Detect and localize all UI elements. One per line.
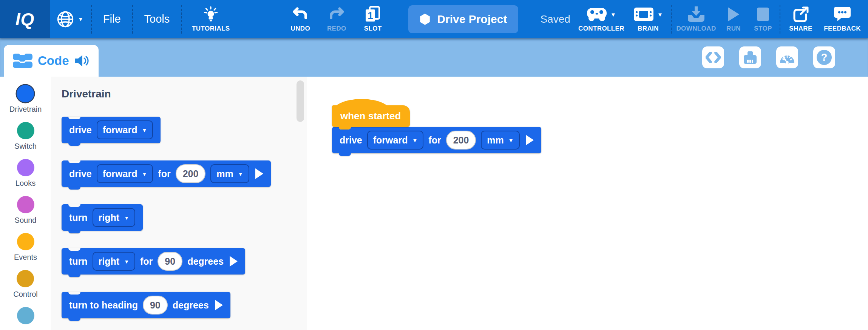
topbar-separator <box>671 5 672 34</box>
block-label: drive <box>69 168 92 179</box>
dashboard-icon <box>779 51 795 63</box>
download-icon <box>687 6 705 23</box>
controller-icon <box>587 6 607 22</box>
controller-label: CONTROLLER <box>578 25 624 32</box>
category-circle-icon[interactable] <box>17 270 34 287</box>
block-dropdown[interactable]: mm▼ <box>210 164 249 183</box>
category-label: Drivetrain <box>9 105 42 114</box>
code-block[interactable]: driveforward▼ <box>62 117 161 143</box>
block-expand-arrow-icon[interactable] <box>215 300 223 310</box>
feedback-button[interactable]: FEEDBACK <box>821 6 863 32</box>
redo-button[interactable]: REDO <box>318 6 355 32</box>
category-circle-icon[interactable] <box>17 196 34 213</box>
undo-button[interactable]: UNDO <box>282 6 318 32</box>
sidebar-item-looks[interactable]: Looks <box>15 159 36 188</box>
chevron-down-icon: ▼ <box>78 16 83 22</box>
stop-icon <box>757 6 769 23</box>
brain-button[interactable]: ▼ BRAIN <box>629 6 667 32</box>
menu-tools[interactable]: Tools <box>133 13 181 25</box>
redo-label: REDO <box>327 25 346 32</box>
sidebar-item-control[interactable]: Control <box>13 270 37 299</box>
category-circle-icon[interactable] <box>17 122 34 139</box>
topbar-separator <box>181 5 182 34</box>
language-menu-button[interactable]: ▼ <box>57 11 83 28</box>
dropdown-value: forward <box>103 125 137 136</box>
run-button[interactable]: RUN <box>721 6 746 32</box>
slot-icon: 1 <box>365 6 381 23</box>
stop-button[interactable]: STOP <box>750 6 776 32</box>
help-button[interactable]: ? <box>813 46 835 68</box>
device-port-icon <box>743 51 757 64</box>
block-dropdown[interactable]: forward▼ <box>97 164 153 183</box>
tabbar-tools: ? <box>702 46 835 68</box>
redo-icon <box>329 6 344 23</box>
block-label: degrees <box>187 256 224 267</box>
palette-scrollbar-thumb[interactable] <box>297 80 304 122</box>
code-viewer-button[interactable] <box>702 46 724 68</box>
block-label: for <box>428 135 441 146</box>
block-number-input[interactable]: 90 <box>158 252 182 271</box>
topbar-right-cluster: ▼ CONTROLLER ▼ BRAIN <box>577 5 868 34</box>
speaker-icon[interactable] <box>74 54 90 68</box>
menu-file[interactable]: File <box>92 13 132 25</box>
block-number-input[interactable]: 90 <box>143 296 168 315</box>
category-label: Switch <box>14 142 37 151</box>
dropdown-value: right <box>99 212 120 223</box>
tab-code[interactable]: Code <box>4 45 99 77</box>
when-started-hat-block[interactable]: when started <box>332 105 410 127</box>
category-circle-icon[interactable] <box>17 233 34 250</box>
project-name: Drive Project <box>437 13 507 26</box>
sidebar-item-events[interactable]: Events <box>14 233 37 262</box>
sidebar-categories: DrivetrainSwitchLooksSoundEventsControl <box>0 77 51 330</box>
code-block[interactable]: driveforward▼for200mm▼ <box>62 160 271 187</box>
download-button[interactable]: DOWNLOAD <box>675 6 717 32</box>
code-block[interactable]: turnright▼ <box>62 204 143 231</box>
block-dropdown[interactable]: mm▼ <box>481 131 519 150</box>
globe-icon <box>57 11 74 28</box>
chevron-down-icon: ▼ <box>142 127 147 133</box>
slot-button[interactable]: 1 SLOT <box>355 6 391 32</box>
block-expand-arrow-icon[interactable] <box>230 256 238 267</box>
block-expand-arrow-icon[interactable] <box>255 168 263 179</box>
block-number-input[interactable]: 200 <box>176 164 206 183</box>
block-dropdown[interactable]: right▼ <box>93 208 135 227</box>
block-label: for <box>158 168 170 179</box>
code-block[interactable]: turnright▼for90degrees <box>62 248 245 274</box>
palette-header: Drivetrain <box>62 88 307 100</box>
block-dropdown[interactable]: forward▼ <box>97 120 153 139</box>
block-label: turn to heading <box>69 300 138 311</box>
sidebar-item-sound[interactable]: Sound <box>15 196 37 225</box>
block-number-input[interactable]: 200 <box>446 131 476 150</box>
block-label: drive <box>69 125 92 136</box>
controller-button[interactable]: ▼ CONTROLLER <box>577 6 626 32</box>
category-circle-icon[interactable] <box>17 159 34 176</box>
undo-icon <box>292 6 308 23</box>
block-dropdown[interactable]: forward▼ <box>367 131 424 150</box>
category-circle-icon[interactable] <box>17 307 34 324</box>
chevron-down-icon: ▼ <box>124 215 129 221</box>
category-circle-icon[interactable] <box>17 85 34 102</box>
app-logo: IQ <box>0 0 50 38</box>
chevron-down-icon: ▼ <box>412 137 417 143</box>
share-button[interactable]: SHARE <box>784 6 817 32</box>
dropdown-value: mm <box>216 168 233 179</box>
dropdown-value: forward <box>103 168 137 179</box>
category-label: Control <box>13 290 37 299</box>
project-name-button[interactable]: Drive Project <box>408 5 518 33</box>
workspace-canvas[interactable]: when started driveforward▼for200mm▼ <box>307 77 868 330</box>
dashboard-button[interactable] <box>776 46 798 68</box>
block-expand-arrow-icon[interactable] <box>526 135 534 145</box>
code-view-icon <box>706 52 721 63</box>
sidebar-item-switch[interactable]: Switch <box>14 122 37 151</box>
canvas-stack-block: driveforward▼for200mm▼ <box>332 127 541 153</box>
topbar-separator <box>780 5 780 34</box>
chevron-down-icon: ▼ <box>508 137 514 143</box>
brain-icon <box>633 7 654 22</box>
sidebar-item-category-6[interactable] <box>17 307 34 330</box>
tutorials-button[interactable]: TUTORIALS <box>186 6 235 32</box>
code-block[interactable]: turn to heading90degrees <box>62 292 230 318</box>
block-dropdown[interactable]: right▼ <box>93 252 135 271</box>
sidebar-item-drivetrain[interactable]: Drivetrain <box>9 85 42 114</box>
code-block[interactable]: driveforward▼for200mm▼ <box>332 127 541 153</box>
device-manager-button[interactable] <box>739 46 761 68</box>
